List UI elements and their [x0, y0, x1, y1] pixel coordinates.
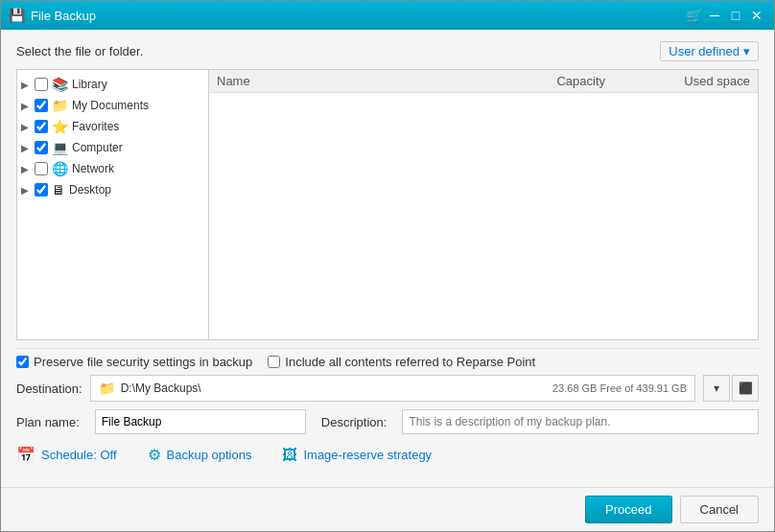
- include-reparse-text: Include all contents referred to Reparse…: [285, 355, 535, 369]
- my-documents-icon: 📁: [52, 98, 68, 113]
- schedule-link[interactable]: 📅 Schedule: Off: [16, 446, 117, 464]
- tree-panel: ▶ 📚 Library ▶ 📁 My Documents ▶ ⭐: [17, 70, 209, 339]
- window-title: File Backup: [31, 9, 96, 23]
- destination-browse-button[interactable]: ⬛: [732, 375, 759, 402]
- desktop-icon: 🖥: [52, 182, 65, 197]
- proceed-button[interactable]: Proceed: [585, 496, 671, 523]
- tree-label-computer: Computer: [72, 141, 123, 154]
- tree-label-favorites: Favorites: [72, 120, 119, 133]
- options-row: Preserve file security settings in backu…: [16, 348, 759, 375]
- preserve-security-text: Preserve file security settings in backu…: [34, 355, 252, 369]
- maximize-button[interactable]: □: [726, 6, 745, 25]
- preserve-security-label[interactable]: Preserve file security settings in backu…: [16, 355, 252, 369]
- user-defined-label: User defined: [669, 44, 740, 58]
- destination-actions: ▾ ⬛: [703, 375, 759, 402]
- plan-row: Plan name: Description:: [16, 409, 759, 434]
- image-reserve-icon: 🖼: [282, 447, 297, 464]
- include-reparse-checkbox[interactable]: [268, 356, 280, 368]
- tree-arrow-favorites: ▶: [21, 122, 35, 132]
- destination-field: 📁 D:\My Backups\ 23.68 GB Free of 439.91…: [90, 375, 695, 402]
- tree-checkbox-favorites[interactable]: [35, 120, 48, 133]
- title-bar-left: 💾 File Backup: [9, 8, 96, 23]
- header-row: Select the file or folder. User defined …: [16, 41, 759, 61]
- destination-path: D:\My Backups\: [121, 382, 547, 395]
- description-label: Description:: [321, 415, 388, 429]
- tree-item-library[interactable]: ▶ 📚 Library: [17, 74, 208, 95]
- tree-label-library: Library: [72, 78, 107, 91]
- schedule-icon: 📅: [16, 446, 35, 464]
- tree-label-desktop: Desktop: [69, 183, 111, 197]
- title-bar-controls: 🛒 ─ □ ✕: [684, 6, 766, 25]
- window-icon: 💾: [9, 8, 25, 23]
- cancel-button[interactable]: Cancel: [680, 496, 759, 523]
- tree-checkbox-my-documents[interactable]: [35, 99, 48, 112]
- file-panel: ▶ 📚 Library ▶ 📁 My Documents ▶ ⭐: [16, 69, 759, 340]
- tree-checkbox-desktop[interactable]: [35, 183, 48, 197]
- col-capacity: Capacity: [476, 74, 621, 88]
- title-bar: 💾 File Backup 🛒 ─ □ ✕: [1, 1, 774, 30]
- main-content: Select the file or folder. User defined …: [1, 30, 774, 487]
- backup-options-icon: ⚙: [148, 446, 161, 464]
- tree-item-desktop[interactable]: ▶ 🖥 Desktop: [17, 179, 208, 200]
- main-window: 💾 File Backup 🛒 ─ □ ✕ Select the file or…: [0, 0, 775, 532]
- favorites-icon: ⭐: [52, 119, 68, 134]
- detail-header: Name Capacity Used space: [209, 70, 758, 93]
- close-button[interactable]: ✕: [747, 6, 766, 25]
- tree-item-my-documents[interactable]: ▶ 📁 My Documents: [17, 95, 208, 116]
- backup-options-label: Backup options: [167, 448, 252, 462]
- tree-label-my-documents: My Documents: [72, 99, 149, 112]
- detail-panel: Name Capacity Used space: [209, 70, 758, 339]
- tree-label-network: Network: [72, 162, 114, 175]
- cart-button[interactable]: 🛒: [684, 6, 703, 25]
- minimize-button[interactable]: ─: [705, 6, 724, 25]
- tree-arrow-library: ▶: [21, 80, 35, 90]
- tree-checkbox-computer[interactable]: [35, 141, 48, 154]
- network-icon: 🌐: [52, 161, 68, 176]
- image-reserve-link[interactable]: 🖼 Image-reserve strategy: [282, 447, 432, 464]
- tree-checkbox-network[interactable]: [35, 162, 48, 175]
- schedule-label: Schedule: Off: [41, 448, 117, 462]
- col-used-space: Used space: [621, 74, 750, 88]
- tree-arrow-network: ▶: [21, 164, 35, 174]
- tree-checkbox-library[interactable]: [35, 78, 48, 91]
- backup-options-link[interactable]: ⚙ Backup options: [148, 446, 252, 464]
- destination-label: Destination:: [16, 382, 82, 396]
- description-input[interactable]: [402, 409, 759, 434]
- footer: Proceed Cancel: [1, 487, 774, 531]
- image-reserve-label: Image-reserve strategy: [303, 448, 432, 462]
- tree-item-network[interactable]: ▶ 🌐 Network: [17, 158, 208, 179]
- user-defined-button[interactable]: User defined ▾: [660, 41, 759, 61]
- tree-arrow-my-documents: ▶: [21, 101, 35, 111]
- col-name: Name: [217, 74, 476, 88]
- library-icon: 📚: [52, 77, 68, 92]
- preserve-security-checkbox[interactable]: [16, 356, 29, 368]
- destination-dropdown-button[interactable]: ▾: [703, 375, 730, 402]
- tree-item-favorites[interactable]: ▶ ⭐ Favorites: [17, 116, 208, 137]
- plan-name-label: Plan name:: [16, 415, 80, 429]
- destination-row: Destination: 📁 D:\My Backups\ 23.68 GB F…: [16, 375, 759, 402]
- computer-icon: 💻: [52, 140, 68, 155]
- links-row: 📅 Schedule: Off ⚙ Backup options 🖼 Image…: [16, 446, 759, 464]
- tree-item-computer[interactable]: ▶ 💻 Computer: [17, 137, 208, 158]
- tree-arrow-computer: ▶: [21, 143, 35, 153]
- plan-name-input[interactable]: [95, 409, 306, 434]
- tree-arrow-desktop: ▶: [21, 185, 35, 196]
- include-reparse-label[interactable]: Include all contents referred to Reparse…: [268, 355, 535, 369]
- select-label: Select the file or folder.: [16, 44, 143, 58]
- destination-freespace: 23.68 GB Free of 439.91 GB: [552, 382, 687, 394]
- chevron-down-icon: ▾: [743, 44, 750, 58]
- destination-folder-icon: 📁: [99, 381, 115, 396]
